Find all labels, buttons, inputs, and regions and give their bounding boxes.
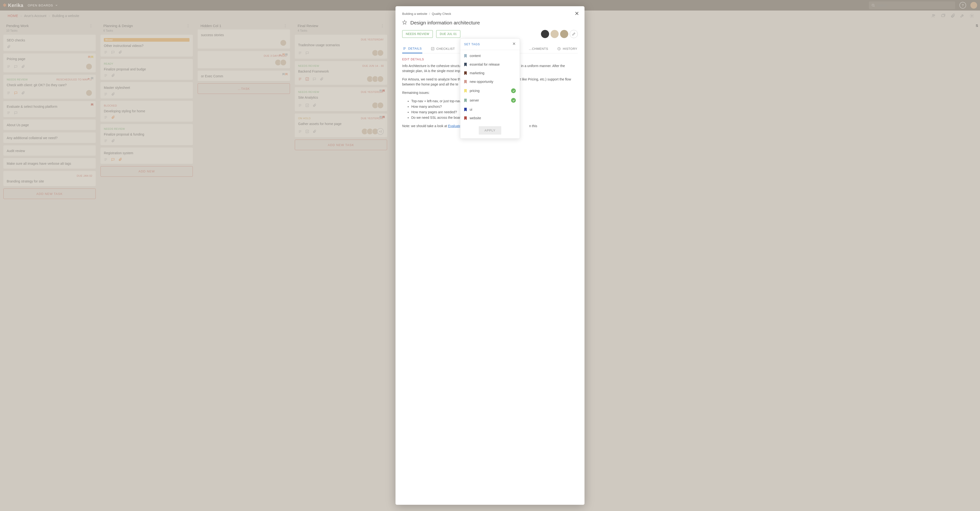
tab-history[interactable]: HISTORY [557, 44, 578, 53]
card[interactable]: READYFinalize proposal and budge [100, 59, 193, 80]
card[interactable]: ★DUE 3 DAYS AGO [197, 51, 290, 68]
clip-icon[interactable] [111, 139, 115, 143]
card[interactable]: Master stylesheet [100, 82, 193, 98]
clip-icon[interactable] [118, 50, 122, 54]
chat-icon[interactable] [111, 50, 115, 54]
gear-icon[interactable] [969, 13, 974, 18]
column-menu-icon[interactable]: ⋮ [380, 24, 384, 28]
avatar[interactable] [377, 102, 384, 109]
card[interactable]: NEEDS REVIEWFinalize proposal & funding [100, 124, 193, 145]
desc-icon[interactable] [104, 92, 108, 96]
clip-icon[interactable] [21, 91, 25, 95]
modal-path-column[interactable]: Quality Check [432, 12, 451, 16]
tab-details[interactable]: DETAILS [402, 44, 422, 53]
more-avatars[interactable]: +2 [377, 128, 384, 135]
avatar[interactable] [280, 59, 286, 66]
help-icon[interactable]: ? [959, 2, 966, 9]
check-icon[interactable] [305, 77, 309, 81]
desc-icon[interactable] [7, 111, 11, 115]
clip-icon[interactable] [118, 158, 122, 161]
card[interactable]: Any additional collateral we need? [3, 133, 96, 143]
tag-option[interactable]: content [460, 51, 520, 60]
clip-icon[interactable] [111, 92, 115, 96]
clip-icon[interactable] [7, 45, 11, 49]
clip-icon[interactable] [320, 77, 323, 81]
apply-button[interactable]: APPLY [479, 126, 501, 134]
card[interactable]: DUE YESTERDAYTradeshow usage scenarios [295, 35, 387, 59]
card[interactable]: NEEDS REVIEWDUE YESTERDAYSite Analytics [295, 87, 387, 111]
desc-icon[interactable] [104, 115, 108, 119]
star-icon[interactable] [402, 20, 407, 26]
card[interactable]: Audit review [3, 145, 96, 156]
card[interactable]: ON HOLDDUE YESTERDAYGather assets for ho… [295, 113, 387, 137]
add-task-button[interactable]: ADD NEW [100, 166, 193, 177]
tab-attachments[interactable]: …CHMENTS [528, 44, 549, 53]
card[interactable]: Make sure all images have verbose alt ta… [3, 158, 96, 169]
boards-icon[interactable] [941, 13, 945, 18]
clip-icon[interactable] [111, 73, 115, 77]
chat-icon[interactable] [14, 91, 18, 95]
column-menu-icon[interactable]: ⋮ [283, 24, 287, 28]
desc-icon[interactable] [298, 129, 302, 133]
chat-icon[interactable] [305, 51, 309, 55]
tag-option[interactable]: ui [460, 105, 520, 114]
desc-icon[interactable] [298, 77, 302, 81]
avatar[interactable] [377, 50, 384, 56]
crumb-home[interactable]: HOME [8, 14, 18, 18]
wrench-icon[interactable] [960, 13, 965, 18]
desc-icon[interactable] [104, 158, 108, 161]
avatar[interactable] [86, 63, 92, 70]
status-chip[interactable]: NEEDS REVIEW [402, 30, 433, 38]
check-icon[interactable] [305, 104, 309, 107]
card[interactable]: MovedOther instructional videos? [100, 35, 193, 56]
avatar[interactable] [541, 30, 549, 38]
desc-icon[interactable] [7, 91, 11, 95]
chat-icon[interactable] [312, 77, 316, 81]
tag-option[interactable]: marketing [460, 69, 520, 77]
tag-option[interactable]: new opportunity [460, 77, 520, 86]
avatar[interactable] [280, 40, 286, 46]
open-boards-menu[interactable]: OPEN BOARDS [28, 3, 58, 7]
close-icon[interactable] [574, 11, 579, 17]
tag-option[interactable]: server [460, 96, 520, 105]
desc-icon[interactable] [7, 65, 11, 69]
desc-icon[interactable] [104, 73, 108, 77]
tag-option[interactable]: essential for release [460, 60, 520, 69]
chat-icon[interactable] [14, 65, 18, 69]
close-icon[interactable] [512, 42, 516, 46]
search-input[interactable] [877, 3, 953, 7]
desc-icon[interactable] [104, 139, 108, 143]
edit-assignees-button[interactable] [570, 30, 578, 38]
avatar[interactable] [86, 89, 92, 96]
desc-icon[interactable] [104, 50, 108, 54]
search-box[interactable] [869, 2, 955, 9]
card[interactable]: DUE JAN 02Branding strategy for site [3, 171, 96, 186]
card[interactable]: NEEDS REVIEWDUE JUN 14 - 30Backend Frame… [295, 61, 387, 85]
card[interactable]: BLOCKEDDeveloping styling for home [100, 101, 193, 122]
column-menu-icon[interactable]: ⋮ [89, 24, 93, 28]
people-icon[interactable] [931, 13, 936, 18]
card[interactable]: About Us page [3, 120, 96, 130]
card[interactable]: Registration system [100, 147, 193, 164]
paperclip-icon[interactable] [950, 13, 955, 18]
avatar[interactable] [377, 76, 384, 82]
tab-checklist[interactable]: CHECKLIST [430, 44, 455, 53]
app-logo[interactable]: ✻ Kerika [3, 3, 24, 8]
due-chip[interactable]: DUE JUL 01 [436, 30, 460, 38]
chat-icon[interactable] [111, 158, 115, 161]
clip-icon[interactable] [111, 115, 115, 119]
card[interactable]: success stories [197, 29, 290, 49]
crumb-board[interactable]: Building a website [52, 14, 79, 18]
card[interactable]: ★NEEDS REVIEWRESCHEDULED TO MAR 17Check … [3, 75, 96, 99]
card[interactable]: SEO checks [3, 35, 96, 51]
clip-icon[interactable] [312, 129, 316, 133]
desc-icon[interactable] [298, 104, 302, 107]
avatar[interactable] [560, 30, 568, 38]
add-task-button[interactable]: ADD NEW TASK [295, 140, 387, 150]
card[interactable]: or Exec Comm [197, 71, 290, 81]
tag-option[interactable]: pricing [460, 86, 520, 96]
user-avatar[interactable] [970, 2, 977, 9]
clip-icon[interactable] [21, 65, 25, 69]
tag-option[interactable]: website [460, 114, 520, 122]
clip-icon[interactable] [312, 104, 316, 107]
